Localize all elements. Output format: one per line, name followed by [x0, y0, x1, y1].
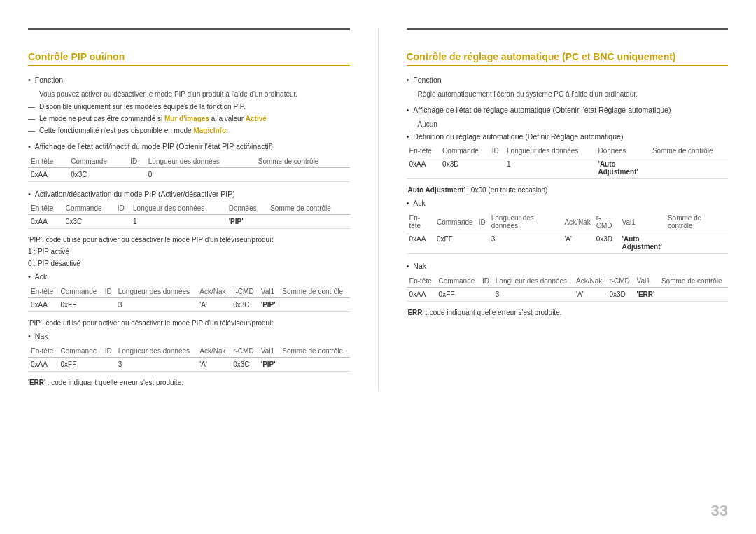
r-nak-bullet: • Nak — [407, 261, 729, 272]
r-th-l2: Longueur des données — [489, 212, 562, 232]
r-ack-label: Ack — [413, 198, 426, 209]
td-e3: 0xAA — [28, 298, 58, 312]
r-td-an3: 'A' — [573, 287, 606, 301]
bullet-dot: • — [28, 76, 31, 84]
td-c4: 0xFF — [58, 357, 102, 371]
r-th-c2: Commande — [434, 212, 476, 232]
dash1: Disponible uniquement sur les modèles éq… — [28, 101, 350, 112]
th-l3: Longueur des données — [115, 286, 197, 298]
r-nak-dot: • — [407, 262, 410, 270]
r-td-c3: 0xFF — [436, 287, 479, 301]
th-r3: r-CMD — [230, 286, 258, 298]
td-an3: 'A' — [197, 298, 230, 312]
r-td-c2: 0xFF — [434, 232, 476, 254]
table-row: 0xAA 0x3D 1 'AutoAdjustment' — [407, 157, 729, 179]
r-bullet2-dot: • — [407, 106, 410, 114]
r-td-r2: 0x3D — [594, 232, 620, 254]
th-s3: Somme de contrôle — [279, 286, 349, 298]
r-th-e3: En-tête — [407, 275, 436, 288]
r-td-c1: 0x3D — [440, 157, 489, 179]
r-th-e1: En-tête — [407, 145, 440, 157]
r-td-r3: 0x3D — [606, 287, 634, 301]
r-th-s2: Somme de contrôle — [665, 212, 728, 232]
ack-label: Ack — [35, 272, 48, 283]
td-somme2 — [267, 215, 349, 229]
th-an4: Ack/Nak — [197, 345, 230, 358]
th-id: ID — [127, 155, 146, 168]
r-td-l2: 3 — [489, 232, 562, 254]
th-s4: Somme de contrôle — [279, 345, 349, 358]
th-v3: Val1 — [258, 286, 280, 298]
r-th-d1: Données — [596, 145, 650, 157]
r-th-r3: r-CMD — [606, 275, 634, 288]
td-id — [127, 167, 146, 181]
err-bold-left: ERR — [29, 379, 44, 386]
table3-wrapper: En-tête Commande ID Longueur des données… — [28, 286, 350, 312]
table2: En-tête Commande ID Longueur des données… — [28, 202, 350, 229]
dash3-suffix: . — [226, 127, 228, 134]
th-longueur: Longueur des données — [146, 155, 255, 168]
r-td-e2: 0xAA — [407, 232, 434, 254]
table-row: 0xAA 0xFF 3 'A' 0x3D 'AutoAdjustment' — [407, 232, 729, 254]
pip-note2: 'PIP': code utilisé pour activer ou désa… — [28, 319, 350, 327]
left-column: Contrôle PIP oui/non • Fonction Vous pou… — [28, 28, 350, 391]
r-td-v3: 'ERR' — [634, 287, 659, 301]
bullet3-text: Activation/désactivation du mode PIP (Ac… — [35, 189, 235, 200]
bullet2-dot: • — [28, 142, 31, 150]
nak-label: Nak — [35, 331, 48, 342]
th-l4: Longueur des données — [115, 345, 197, 358]
r-th-s1: Somme de contrôle — [650, 145, 728, 157]
dash2-bold: Mur d'images — [164, 115, 209, 122]
td-s4 — [279, 357, 349, 371]
r-fonction-label: Fonction — [413, 75, 441, 86]
th-c3: Commande — [58, 286, 102, 298]
err-bold-right: ERR — [407, 309, 422, 316]
th-entete: En-tête — [28, 155, 68, 168]
r-td-e1: 0xAA — [407, 157, 440, 179]
td-entete: 0xAA — [28, 167, 68, 181]
td-i4 — [102, 357, 115, 371]
td-i3 — [102, 298, 115, 312]
td-commande2: 0x3C — [63, 215, 115, 229]
table-row: 0xAA 0x3C 1 'PIP' — [28, 215, 350, 229]
td-commande: 0x3C — [68, 167, 127, 181]
table-row: 0xAA 0x3C 0 — [28, 167, 350, 181]
r-td-an2: 'A' — [561, 232, 593, 254]
right-column: Contrôle de réglage automatique (PC et B… — [407, 28, 729, 391]
r-table1: En-tête Commande ID Longueur des données… — [407, 145, 729, 179]
pip-1: 1 : PIP activé — [28, 248, 350, 255]
r-td-i1 — [489, 157, 504, 179]
th-i4: ID — [102, 345, 115, 358]
td-longueur2: 1 — [130, 215, 226, 229]
td-id2 — [115, 215, 130, 229]
ack-bullet: • Ack — [28, 272, 350, 283]
fonction-bullet: • Fonction — [28, 75, 350, 86]
column-divider — [378, 28, 379, 391]
td-somme — [255, 167, 350, 181]
r-th-r2: r-CMD — [594, 212, 620, 232]
r-th-an2: Ack/Nak — [561, 212, 593, 232]
td-an4: 'A' — [197, 357, 230, 371]
r-bullet2-text: Affichage de l'état de réglage automatiq… — [413, 105, 671, 116]
r-td-e3: 0xAA — [407, 287, 436, 301]
r-th-e2: En-tête — [407, 212, 434, 232]
r-fonction-desc: Règle automatiquement l'écran du système… — [407, 89, 729, 99]
r-td-s2 — [665, 232, 728, 254]
r-bullet2-val: Aucun — [407, 119, 729, 129]
th-i3: ID — [102, 286, 115, 298]
th-id2: ID — [115, 202, 130, 215]
auto-adj-note: 'Auto Adjustment' : 0x00 (en toute occas… — [407, 186, 729, 194]
td-e4: 0xAA — [28, 357, 58, 371]
dash3-prefix: Cette fonctionnalité n'est pas disponibl… — [39, 127, 193, 134]
right-fonction-bullet: • Fonction — [407, 75, 729, 86]
fonction-desc: Vous pouvez activer ou désactiver le mod… — [28, 89, 350, 99]
td-v4: 'PIP' — [258, 357, 280, 371]
r-td-s1 — [650, 157, 728, 179]
table1-wrapper: En-tête Commande ID Longueur des données… — [28, 155, 350, 182]
dash3-magic: MagicInfo — [193, 127, 226, 134]
fonction-label: Fonction — [35, 75, 63, 86]
r-table3-wrapper: En-tête Commande ID Longueur des données… — [407, 275, 729, 302]
r-th-c1: Commande — [440, 145, 489, 157]
r-th-i3: ID — [479, 275, 493, 288]
table4-wrapper: En-tête Commande ID Longueur des données… — [28, 345, 350, 372]
